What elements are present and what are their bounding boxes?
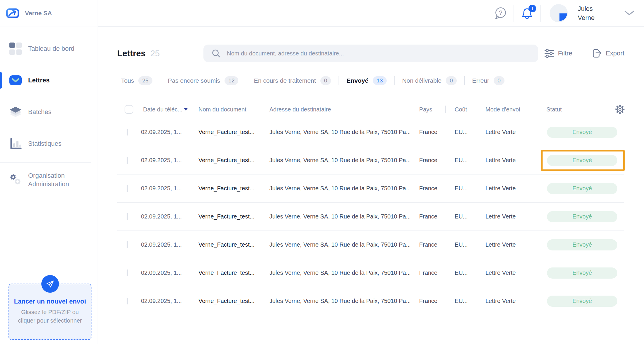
gears-icon <box>9 173 22 186</box>
sidebar-item-tableau-de-bord[interactable]: Tableau de bord <box>0 33 98 65</box>
filter-sliders-icon <box>544 49 554 58</box>
cell-country: France <box>410 270 445 276</box>
status-badge: Envoyé <box>547 155 617 166</box>
paper-plane-icon <box>41 275 59 293</box>
tab-pas-encore-soumis[interactable]: Pas encore soumis 12 <box>168 76 239 85</box>
column-header-country: Pays <box>410 106 445 113</box>
column-header-cost: Coût <box>445 106 476 113</box>
row-checkbox-cell <box>117 129 134 135</box>
tab-envoy-[interactable]: Envoyé 13 <box>346 76 387 85</box>
select-all-cell <box>117 105 134 114</box>
tab-count-badge: 0 <box>494 76 504 85</box>
sidebar-item-label: Statistiques <box>28 139 62 148</box>
column-label: Mode d'envoi <box>485 106 520 113</box>
cell-upload-date: 02.09.2025, 1... <box>134 213 189 220</box>
notifications-button[interactable]: 1 <box>519 6 535 21</box>
tab-tous[interactable]: Tous 25 <box>121 76 152 85</box>
export-label: Export <box>606 50 624 57</box>
cell-document-name: Verne_Facture_test... <box>189 157 260 164</box>
row-checkbox[interactable] <box>127 185 128 192</box>
status-tabs: Tous 25 Pas encore soumis 12 En cours de… <box>117 76 624 86</box>
upload-hint: Glissez le PDF/ZIP ou cliquer pour sélec… <box>13 308 87 325</box>
avatar[interactable] <box>550 4 568 22</box>
cell-cost: EU... <box>445 213 476 220</box>
cell-send-mode: Lettre Verte <box>476 129 537 135</box>
table-row[interactable]: 02.09.2025, 1... Verne_Facture_test... J… <box>117 231 624 259</box>
upload-dropzone[interactable]: Lancer un nouvel envoi Glissez le PDF/ZI… <box>9 284 91 340</box>
column-label: Coût <box>455 106 467 113</box>
column-header-date[interactable]: Date du téléc... <box>134 106 189 113</box>
column-label: Statut <box>546 106 562 113</box>
table-row[interactable]: 02.09.2025, 1... Verne_Facture_test... J… <box>117 287 624 315</box>
toolbar: Lettres 25 <box>117 45 624 62</box>
letters-table: Date du téléc... Nom du document Adresse… <box>117 101 624 315</box>
search-input[interactable] <box>226 50 531 57</box>
row-checkbox[interactable] <box>127 270 128 276</box>
title-wrap: Lettres 25 <box>117 49 203 58</box>
row-checkbox-cell <box>117 270 134 276</box>
tab-label: En cours de traitement <box>254 77 316 84</box>
main-content: Lettres 25 <box>98 27 644 344</box>
cell-recipient-address: Jules Verne, Verne SA, 10 Rue de la Paix… <box>260 129 410 135</box>
column-label: Nom du document <box>198 106 246 113</box>
tab-count-badge: 0 <box>446 76 457 85</box>
cell-country: France <box>410 157 445 164</box>
cell-country: France <box>410 298 445 304</box>
page-title: Lettres <box>117 49 146 58</box>
cell-upload-date: 02.09.2025, 1... <box>134 129 189 135</box>
table-row[interactable]: 02.09.2025, 1... Verne_Facture_test... J… <box>117 259 624 287</box>
cell-upload-date: 02.09.2025, 1... <box>134 157 189 164</box>
tab-divider <box>464 76 465 85</box>
table-row[interactable]: 02.09.2025, 1... Verne_Facture_test... J… <box>117 203 624 231</box>
row-checkbox[interactable] <box>127 213 128 220</box>
table-row[interactable]: 02.09.2025, 1... Verne_Facture_test... J… <box>117 118 624 146</box>
tab-count-badge: 12 <box>225 76 238 85</box>
row-checkbox-cell <box>117 157 134 164</box>
table-row[interactable]: 02.09.2025, 1... Verne_Facture_test... J… <box>117 174 624 203</box>
row-checkbox[interactable] <box>127 129 128 135</box>
tab-count-badge: 25 <box>138 76 152 85</box>
status-badge: Envoyé <box>547 239 617 250</box>
export-button[interactable]: Export <box>592 48 624 58</box>
cell-upload-date: 02.09.2025, 1... <box>134 185 189 192</box>
table-row[interactable]: 02.09.2025, 1... Verne_Facture_test... J… <box>117 146 624 174</box>
sidebar-item-statistiques[interactable]: Statistiques <box>0 128 98 160</box>
row-checkbox[interactable] <box>127 298 128 304</box>
column-settings-gear-icon[interactable] <box>615 104 625 115</box>
column-header-document: Nom du document <box>189 106 260 113</box>
toolbar-actions: Filtre Export <box>544 46 624 61</box>
topbar-divider <box>514 5 514 22</box>
chevron-down-icon[interactable] <box>624 10 635 16</box>
sidebar-item-label: Lettres <box>28 76 50 84</box>
user-name[interactable]: Jules Verne <box>578 4 601 22</box>
tab-divider <box>394 76 395 85</box>
select-all-checkbox[interactable] <box>125 105 133 114</box>
filter-button[interactable]: Filtre <box>544 49 572 58</box>
table-body: 02.09.2025, 1... Verne_Facture_test... J… <box>117 118 624 315</box>
cell-recipient-address: Jules Verne, Verne SA, 10 Rue de la Paix… <box>260 270 410 276</box>
sidebar-item-organisation-administration[interactable]: Organisation Administration <box>0 164 98 196</box>
cell-status: Envoyé <box>537 174 624 202</box>
tab-en-cours-de-traitement[interactable]: En cours de traitement 0 <box>254 76 331 85</box>
row-checkbox[interactable] <box>127 241 128 248</box>
tab-erreur[interactable]: Erreur 0 <box>472 76 504 85</box>
row-checkbox-cell <box>117 213 134 220</box>
app-logo-envelope-icon <box>6 6 19 20</box>
sidebar-item-batches[interactable]: Batches <box>0 96 98 128</box>
company-name: Verne SA <box>25 10 52 17</box>
bar-chart-icon <box>9 138 22 150</box>
cell-cost: EU... <box>445 129 476 135</box>
tab-non-d-livrable[interactable]: Non délivrable 0 <box>402 76 457 85</box>
cell-country: France <box>410 185 445 192</box>
cell-document-name: Verne_Facture_test... <box>189 129 260 135</box>
row-checkbox-cell <box>117 298 134 304</box>
row-checkbox[interactable] <box>127 157 128 164</box>
cell-send-mode: Lettre Verte <box>476 270 537 276</box>
column-label: Adresse du destinataire <box>269 106 331 113</box>
cell-upload-date: 02.09.2025, 1... <box>134 241 189 248</box>
sidebar-item-lettres[interactable]: Lettres <box>0 65 98 96</box>
help-button[interactable]: ? <box>493 6 508 21</box>
status-badge: Envoyé <box>547 183 617 194</box>
tab-label: Envoyé <box>346 77 368 84</box>
cell-cost: EU... <box>445 185 476 192</box>
